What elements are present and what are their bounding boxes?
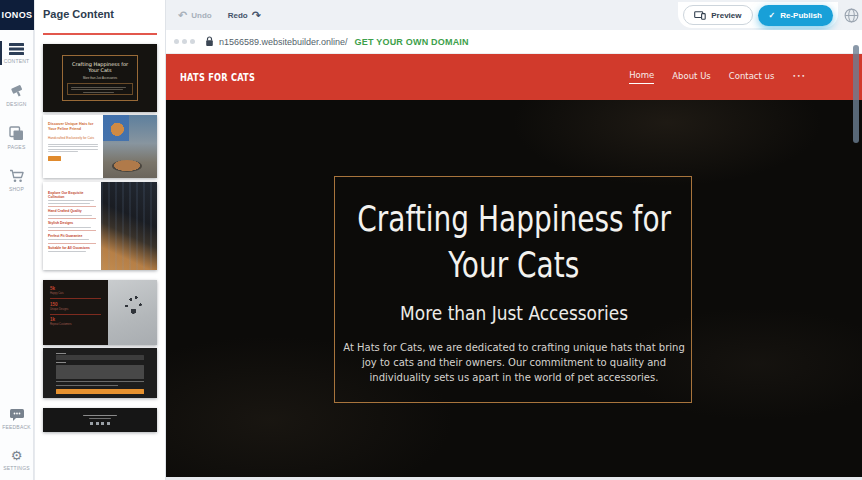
- preview-label: Preview: [711, 11, 741, 20]
- sidebar-item-feedback[interactable]: FEEDBACK: [0, 401, 33, 436]
- thumb-form-submit-button: [56, 389, 144, 394]
- site-header[interactable]: HATS FOR CATS Home About Us Contact us •…: [166, 54, 862, 100]
- thumb-discover-button: [48, 156, 61, 161]
- nav-link-home[interactable]: Home: [629, 70, 654, 84]
- hero-subheading[interactable]: More than Just Accessories: [204, 301, 824, 325]
- site-hero-section[interactable]: Crafting Happiness for Your Cats More th…: [166, 100, 862, 477]
- thumb-form-textarea: [56, 365, 144, 379]
- site-nav: Home About Us Contact us •••: [629, 70, 848, 84]
- undo-icon: ↶: [178, 9, 187, 22]
- undo-button[interactable]: ↶ Undo: [178, 9, 212, 22]
- thumb-features-text: Explore Our Exquisite Collection Hand Cr…: [43, 182, 101, 270]
- sidebar-item-label: DESIGN: [6, 101, 26, 107]
- shop-cart-icon: [9, 169, 25, 183]
- tool-sidebar: IONOS CONTENT DESIGN PAGES: [0, 0, 34, 480]
- section-thumbnail-hero[interactable]: Crafting Happiness for Your Cats More th…: [43, 44, 157, 112]
- site-logo[interactable]: HATS FOR CATS: [180, 72, 255, 83]
- thumb-stat-label: Unique Designs: [50, 308, 101, 311]
- thumb-stat-value: 1k: [50, 317, 101, 322]
- section-thumbnail-stats[interactable]: 5k Happy Cats 150 Unique Designs 1k Repe…: [43, 280, 157, 345]
- redo-icon: ↷: [252, 9, 261, 22]
- browser-window-dots: [174, 39, 195, 44]
- pages-icon: [9, 126, 24, 141]
- globe-icon: [844, 8, 859, 23]
- redo-button[interactable]: Redo ↷: [228, 9, 261, 22]
- thumb-features-photo: [101, 182, 157, 270]
- feedback-bubble-icon: [9, 408, 25, 421]
- site-preview[interactable]: HATS FOR CATS Home About Us Contact us •…: [166, 54, 862, 477]
- publish-actions: Preview ✓ Re-Publish: [678, 2, 838, 28]
- sidebar-item-label: PAGES: [8, 144, 26, 150]
- hero-paragraph[interactable]: At Hats for Cats, we are dedicated to cr…: [338, 340, 690, 385]
- thumb-feature-heading: Explore Our Exquisite Collection: [48, 191, 96, 199]
- thumb-feature-heading: Suitable for All Occasions: [48, 246, 96, 250]
- thumb-stat-label: Happy Cats: [50, 292, 101, 295]
- hero-heading[interactable]: Crafting Happiness for Your Cats: [204, 196, 824, 288]
- design-icon: [9, 83, 25, 98]
- thumb-feature-heading: Hand Crafted Quality: [48, 209, 96, 213]
- republish-button[interactable]: ✓ Re-Publish: [758, 5, 833, 26]
- sidebar-item-pages[interactable]: PAGES: [0, 119, 33, 156]
- section-thumbnail-footer[interactable]: [43, 408, 157, 432]
- thumb-discover-subheading: Handcrafted Exclusively for Cats: [48, 136, 98, 140]
- site-scrollbar-thumb[interactable]: [853, 45, 859, 143]
- gear-icon: ⚙: [11, 449, 23, 462]
- thumb-hero-heading: Crafting Happiness for Your Cats: [67, 61, 133, 74]
- thumb-feature-heading: Perfect Fit Guarantee: [48, 234, 96, 238]
- thumb-discover-photo: [103, 115, 157, 178]
- thumb-hero-subheading: More than Just Accessories: [67, 76, 133, 80]
- hero-heading-line1: Crafting Happiness for: [357, 196, 671, 242]
- panel-title: Page Content: [43, 8, 114, 20]
- thumb-hero-paragraph: [67, 83, 133, 96]
- lock-icon: [205, 36, 214, 47]
- thumb-stats-text: 5k Happy Cats 150 Unique Designs 1k Repe…: [43, 280, 108, 345]
- get-domain-link[interactable]: GET YOUR OWN DOMAIN: [355, 37, 469, 47]
- sidebar-item-settings[interactable]: ⚙ SETTINGS: [0, 442, 33, 477]
- thumb-feature-heading: Stylish Designs: [48, 221, 96, 225]
- sidebar-item-shop[interactable]: SHOP: [0, 162, 33, 198]
- sidebar-item-label: CONTENT: [4, 58, 30, 64]
- thumb-discover-text: Discover Unique Hats for Your Feline Fri…: [43, 115, 103, 178]
- hero-heading-line2: Your Cats: [449, 242, 580, 288]
- redo-label: Redo: [228, 11, 248, 20]
- page-content-panel: Page Content Crafting Happiness for Your…: [35, 0, 166, 480]
- thumb-hero-frame: Crafting Happiness for Your Cats More th…: [62, 55, 138, 102]
- ionos-logo: IONOS: [0, 0, 34, 30]
- thumb-form-input: [56, 355, 144, 360]
- hero-text-block[interactable]: Crafting Happiness for Your Cats More th…: [204, 196, 824, 385]
- sidebar-item-label: SETTINGS: [3, 465, 30, 471]
- republish-label: Re-Publish: [780, 11, 822, 20]
- thumb-stat-label: Repeat Customers: [50, 323, 101, 326]
- thumb-footer-social-icons: [90, 422, 110, 425]
- website-builder-app: IONOS CONTENT DESIGN PAGES: [0, 0, 862, 480]
- sidebar-item-label: FEEDBACK: [2, 424, 31, 430]
- check-icon: ✓: [769, 11, 776, 20]
- section-thumbnail-contact-form[interactable]: [43, 348, 157, 398]
- devices-icon: [694, 11, 706, 20]
- nav-link-about[interactable]: About Us: [672, 71, 710, 84]
- editor-canvas: ↶ Undo Redo ↷ Preview ✓: [166, 0, 862, 480]
- thumb-discover-heading: Discover Unique Hats for Your Feline Fri…: [48, 122, 98, 133]
- site-url[interactable]: n1566589.websitebuilder.online/: [219, 37, 348, 47]
- sidebar-item-design[interactable]: DESIGN: [0, 76, 33, 113]
- section-thumbnail-discover[interactable]: Discover Unique Hats for Your Feline Fri…: [43, 115, 157, 178]
- content-icon: [9, 43, 24, 55]
- section-thumbnail-features[interactable]: Explore Our Exquisite Collection Hand Cr…: [43, 182, 157, 270]
- preview-button[interactable]: Preview: [683, 5, 752, 25]
- nav-link-contact[interactable]: Contact us: [729, 71, 775, 84]
- thumb-stat-value: 5k: [50, 286, 101, 291]
- nav-more-button[interactable]: •••: [792, 72, 806, 82]
- sidebar-item-content[interactable]: CONTENT: [0, 36, 33, 70]
- sidebar-item-label: SHOP: [9, 186, 24, 192]
- editor-topbar: ↶ Undo Redo ↷ Preview ✓: [166, 0, 862, 30]
- thumb-stat-value: 150: [50, 302, 101, 307]
- thumb-stats-photo: [108, 280, 157, 345]
- undo-label: Undo: [191, 11, 211, 20]
- language-globe-button[interactable]: [844, 8, 859, 27]
- preview-browser-bar: n1566589.websitebuilder.online/ GET YOUR…: [166, 30, 862, 54]
- panel-title-underline: [43, 33, 157, 35]
